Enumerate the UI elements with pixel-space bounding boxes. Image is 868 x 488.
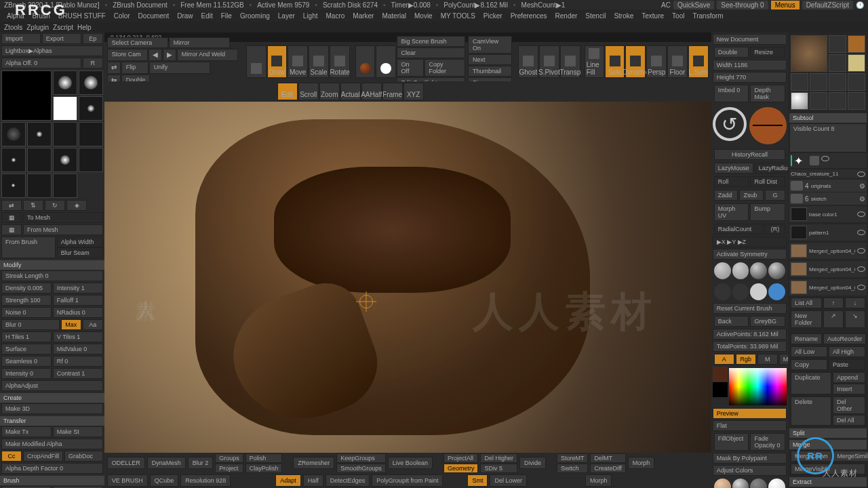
- fliph-button[interactable]: ⇄: [1, 200, 22, 211]
- persp-button[interactable]: Persp: [646, 45, 667, 78]
- tool-thumb[interactable]: [791, 73, 808, 91]
- transfer-header[interactable]: Transfer: [0, 416, 104, 426]
- aa-button[interactable]: Aa: [83, 319, 103, 330]
- selectr-brush[interactable]: [750, 262, 767, 279]
- prev-camera[interactable]: ◀: [149, 49, 162, 61]
- alpha-thumb[interactable]: [53, 70, 77, 95]
- alpha-thumb[interactable]: [79, 122, 103, 146]
- cc-button[interactable]: Cc: [1, 451, 22, 462]
- tool-thumb[interactable]: [810, 73, 827, 91]
- seamless-slider[interactable]: Seamless 0: [1, 356, 52, 367]
- qcube-button[interactable]: QCube: [150, 474, 179, 487]
- fillobject-button[interactable]: FillObject: [714, 433, 749, 451]
- quicksave-button[interactable]: QuickSave: [673, 1, 714, 9]
- draw-button[interactable]: Draw: [267, 45, 287, 78]
- material-skinsha[interactable]: [714, 479, 731, 488]
- mirrorweld-button[interactable]: Mirror And Weld: [177, 49, 238, 61]
- subtool-item[interactable]: Merged_option04_07: [789, 279, 867, 296]
- greybg-button[interactable]: GreyBG: [750, 316, 785, 327]
- grabdoc-button[interactable]: GrabDoc: [64, 451, 103, 462]
- g-button[interactable]: G: [765, 190, 785, 201]
- scroll-button[interactable]: Scroll: [298, 83, 319, 100]
- resetbrush-button[interactable]: Reset Current Brush: [713, 303, 787, 314]
- subtool-item[interactable]: Merged_option04_06: [789, 261, 867, 277]
- tool-thumb[interactable]: [791, 92, 808, 110]
- create-header[interactable]: Create: [0, 393, 104, 403]
- mask-brush[interactable]: [714, 262, 731, 279]
- modeller-button[interactable]: ODELLER: [107, 457, 145, 469]
- select-camera[interactable]: Select Camera: [107, 37, 168, 48]
- edit-button[interactable]: Edit: [277, 83, 298, 100]
- alphawidth[interactable]: Alpha Width: [57, 237, 103, 247]
- gear-icon[interactable]: ⚙: [859, 182, 865, 190]
- zremesher-button[interactable]: ZRemesher: [293, 457, 334, 469]
- creatediff-button[interactable]: CreateDiff: [590, 464, 625, 473]
- resolution-slider[interactable]: Resolution 928: [180, 474, 231, 487]
- frombrush-button[interactable]: From Brush: [1, 237, 56, 258]
- eye-icon[interactable]: [857, 285, 865, 290]
- menu-light[interactable]: Light: [300, 12, 321, 20]
- material-matcap[interactable]: [732, 479, 749, 488]
- export-button[interactable]: Export: [42, 33, 81, 44]
- linefill-button[interactable]: Line Fill: [585, 45, 604, 78]
- menu-layer[interactable]: Layer: [275, 12, 298, 20]
- contrast-slider[interactable]: Contrast 1: [53, 368, 103, 379]
- autoreorder-button[interactable]: AutoReorder: [823, 333, 866, 344]
- subtool-item[interactable]: Chaos_creature_11: [789, 169, 867, 178]
- mrgb-button[interactable]: Mrgb: [779, 354, 788, 365]
- adapt-button[interactable]: Adapt: [275, 474, 301, 487]
- seethrough-slider[interactable]: See-through 0: [717, 1, 768, 9]
- alpha-thumb[interactable]: [53, 96, 77, 121]
- alpha-thumb[interactable]: [53, 174, 77, 198]
- blur-slider[interactable]: Blur 0: [1, 319, 60, 330]
- rgb-button[interactable]: Rgb: [736, 354, 756, 365]
- modify-header[interactable]: Modify: [0, 260, 104, 270]
- copy-button[interactable]: Copy: [791, 359, 827, 370]
- makest-button[interactable]: Make St: [53, 426, 103, 437]
- delmt-button[interactable]: DelMT: [590, 453, 625, 463]
- material-basicma[interactable]: [750, 479, 767, 488]
- menu-texture[interactable]: Texture: [639, 12, 667, 20]
- alpha-thumb[interactable]: [27, 148, 52, 172]
- projectall-button[interactable]: ProjectAll: [443, 453, 479, 463]
- eye-icon[interactable]: [821, 156, 829, 161]
- height-slider[interactable]: Height 770: [713, 72, 787, 83]
- newdoc-header[interactable]: New Document: [713, 34, 787, 45]
- transp-button[interactable]: Transp: [560, 45, 580, 78]
- zoom-button[interactable]: Zoom: [319, 83, 340, 100]
- menu-stroke[interactable]: Stroke: [611, 12, 636, 20]
- tool-thumb[interactable]: [829, 92, 846, 110]
- vis-icon[interactable]: [810, 156, 819, 165]
- keepgroups-button[interactable]: KeepGroups: [336, 453, 386, 463]
- mrgbzg-brush[interactable]: [768, 283, 785, 300]
- subtool-item[interactable]: pattern1: [789, 224, 867, 241]
- polish-button[interactable]: Polish: [245, 453, 283, 463]
- make3d-button[interactable]: Make 3D: [1, 403, 103, 414]
- stroke-icon[interactable]: [376, 45, 395, 78]
- delall-button[interactable]: Del All: [833, 415, 865, 426]
- tool-thumb[interactable]: [829, 54, 846, 72]
- delete-button[interactable]: Delete: [791, 396, 831, 426]
- depthmask-label[interactable]: Depth Mask: [750, 85, 785, 102]
- selectla-brush[interactable]: [768, 262, 785, 279]
- storemt-button[interactable]: StoreMT: [557, 453, 589, 463]
- polygroupit-button[interactable]: PolyGroupIt from Paint: [372, 474, 443, 487]
- gizmo-icon[interactable]: [246, 45, 266, 78]
- alphaadjust-button[interactable]: AlphaAdjust: [1, 380, 103, 391]
- tool-thumb[interactable]: [848, 92, 865, 110]
- default-zscript[interactable]: DefaultZScript: [802, 1, 853, 9]
- blur-slider[interactable]: Blur 2: [188, 457, 214, 469]
- arrow-icon[interactable]: ↗: [823, 310, 844, 328]
- tool-thumb[interactable]: [848, 54, 865, 72]
- strength-slider[interactable]: Strength 100: [1, 295, 52, 306]
- next-camera[interactable]: ▶: [163, 49, 176, 61]
- smoothgroups-button[interactable]: SmoothGroups: [336, 464, 386, 473]
- nradius-slider[interactable]: NRadius 0: [53, 307, 103, 318]
- lazyradius-button[interactable]: LazyRadius: [755, 163, 788, 174]
- half-button[interactable]: Half: [303, 474, 323, 487]
- menu-draw[interactable]: Draw: [174, 12, 195, 20]
- vtiles-slider[interactable]: V Tiles 1: [53, 331, 103, 342]
- cropfill-button[interactable]: CropAndFill: [23, 451, 63, 462]
- duplicate-button[interactable]: Duplicate: [791, 372, 831, 394]
- arrow-icon[interactable]: ↘: [845, 310, 865, 328]
